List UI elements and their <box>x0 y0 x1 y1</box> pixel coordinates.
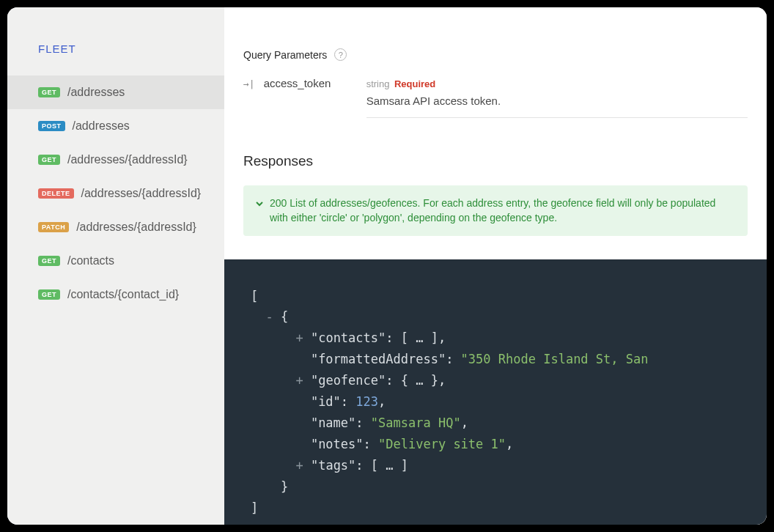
response-banner-text: 200 List of addresses/geofences. For eac… <box>270 196 736 226</box>
method-badge: GET <box>38 256 60 266</box>
nav-path: /addresses/{addressId} <box>67 153 188 166</box>
method-badge: POST <box>38 121 65 131</box>
method-badge: DELETE <box>38 188 74 199</box>
nav-item-contacts-get[interactable]: GET /contacts <box>7 244 224 278</box>
sidebar-title: FLEET <box>7 43 224 75</box>
nav-path: /contacts <box>67 254 114 267</box>
param-row-access-token: →| access_token string Required Samsara … <box>243 77 748 118</box>
response-example-code: [ - { + "contacts": [ … ], "formattedAdd… <box>224 259 767 525</box>
code-key: "notes" <box>311 437 364 451</box>
method-badge: GET <box>38 289 60 300</box>
code-val: "350 Rhode Island St, San <box>461 352 649 366</box>
param-type: string <box>366 78 390 89</box>
nav-item-contact-get[interactable]: GET /contacts/{contact_id} <box>7 278 224 311</box>
method-badge: PATCH <box>38 222 69 232</box>
code-val: [ … ] <box>401 330 438 345</box>
code-val: [ … ] <box>371 458 408 473</box>
param-required: Required <box>394 78 435 89</box>
nav-item-address-patch[interactable]: PATCH /addresses/{addressId} <box>7 210 224 244</box>
query-params-label: Query Parameters <box>243 49 327 61</box>
param-name: access_token <box>264 77 358 89</box>
app-frame: FLEET GET /addresses POST /addresses GET… <box>7 7 767 525</box>
content-top: Query Parameters ? →| access_token strin… <box>224 7 767 236</box>
query-params-header: Query Parameters ? <box>243 48 748 61</box>
code-key: "contacts" <box>311 330 386 345</box>
method-badge: GET <box>38 155 60 165</box>
nav-item-address-delete[interactable]: DELETE /addresses/{addressId} <box>7 177 224 210</box>
response-200-banner[interactable]: 200 List of addresses/geofences. For eac… <box>243 185 748 236</box>
param-meta: string Required Samsara API access token… <box>366 77 748 118</box>
nav-path: /addresses/{addressId} <box>76 221 196 234</box>
nav-path: /contacts/{contact_id} <box>67 288 179 301</box>
nav-path: /addresses/{addressId} <box>81 187 202 200</box>
param-arrow-icon: →| <box>243 78 255 89</box>
code-key: "geofence" <box>311 373 386 388</box>
chevron-down-icon <box>255 197 264 226</box>
nav-item-addresses-get[interactable]: GET /addresses <box>7 75 224 109</box>
method-badge: GET <box>38 87 60 97</box>
divider <box>366 117 748 118</box>
responses-title: Responses <box>243 153 748 169</box>
param-description: Samsara API access token. <box>366 95 748 107</box>
nav-path: /addresses <box>73 119 130 133</box>
code-val: "Delivery site 1" <box>378 437 506 451</box>
code-key: "id" <box>311 394 341 409</box>
main-content: Query Parameters ? →| access_token strin… <box>224 7 767 525</box>
code-key: "tags" <box>311 458 355 473</box>
nav-path: /addresses <box>67 86 125 99</box>
code-val: { … } <box>401 373 438 388</box>
sidebar: FLEET GET /addresses POST /addresses GET… <box>7 7 224 525</box>
code-key: "name" <box>311 415 355 430</box>
code-val: "Samsara HQ" <box>371 415 461 430</box>
code-val: 123 <box>355 394 378 409</box>
code-key: "formattedAddress" <box>311 352 446 366</box>
nav-item-address-get[interactable]: GET /addresses/{addressId} <box>7 143 224 177</box>
help-icon[interactable]: ? <box>334 48 347 61</box>
nav-item-addresses-post[interactable]: POST /addresses <box>7 109 224 143</box>
